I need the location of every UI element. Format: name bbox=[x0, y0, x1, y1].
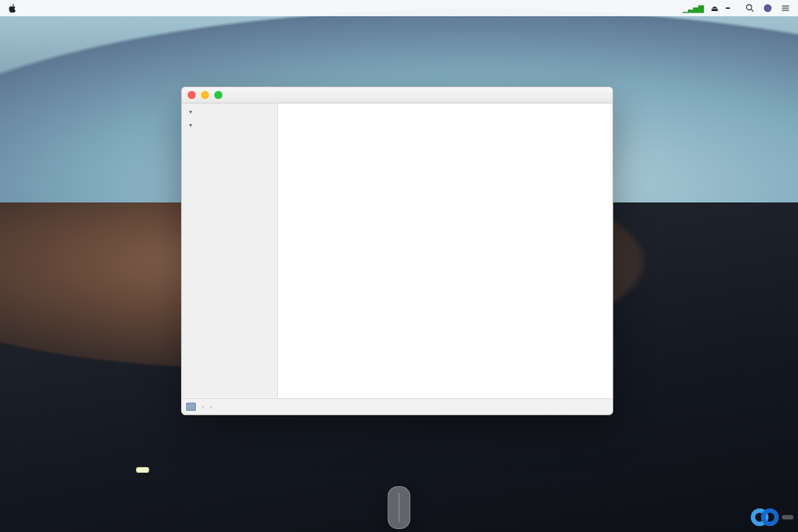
computer-icon bbox=[186, 403, 196, 411]
path-bar: › › bbox=[182, 398, 613, 415]
zoom-button[interactable] bbox=[214, 91, 222, 99]
menu-bar: ▁▃▅▇ ⏏ bbox=[0, 0, 798, 16]
dock-separator bbox=[399, 493, 400, 522]
svg-line-1 bbox=[751, 10, 754, 12]
dock bbox=[388, 486, 411, 529]
sidebar-group-software[interactable] bbox=[182, 118, 277, 132]
window-titlebar[interactable] bbox=[182, 87, 613, 103]
svg-point-0 bbox=[746, 4, 751, 10]
apple-icon bbox=[7, 3, 18, 13]
menu-status-area: ▁▃▅▇ ⏏ bbox=[683, 3, 791, 13]
system-info-window: › › bbox=[181, 86, 613, 415]
minimize-button[interactable] bbox=[201, 91, 209, 99]
svg-rect-5 bbox=[782, 10, 788, 10]
ime-indicator[interactable] bbox=[726, 7, 730, 9]
siri-status-icon[interactable] bbox=[763, 3, 773, 13]
spotlight-icon[interactable] bbox=[745, 3, 755, 13]
dock-tooltip bbox=[136, 467, 149, 473]
eject-icon[interactable]: ⏏ bbox=[711, 4, 718, 13]
sidebar-group-network[interactable] bbox=[182, 105, 277, 118]
watermark-text bbox=[782, 515, 794, 519]
watermark bbox=[751, 508, 794, 526]
content-pane bbox=[278, 103, 613, 398]
notification-center-icon[interactable] bbox=[780, 3, 791, 13]
sidebar[interactable] bbox=[182, 103, 278, 398]
signal-icon[interactable]: ▁▃▅▇ bbox=[683, 4, 703, 13]
svg-point-2 bbox=[764, 4, 772, 13]
svg-rect-4 bbox=[782, 7, 788, 8]
apple-menu[interactable] bbox=[7, 3, 18, 13]
window-controls bbox=[188, 91, 222, 99]
close-button[interactable] bbox=[188, 91, 196, 99]
svg-rect-3 bbox=[782, 6, 788, 7]
